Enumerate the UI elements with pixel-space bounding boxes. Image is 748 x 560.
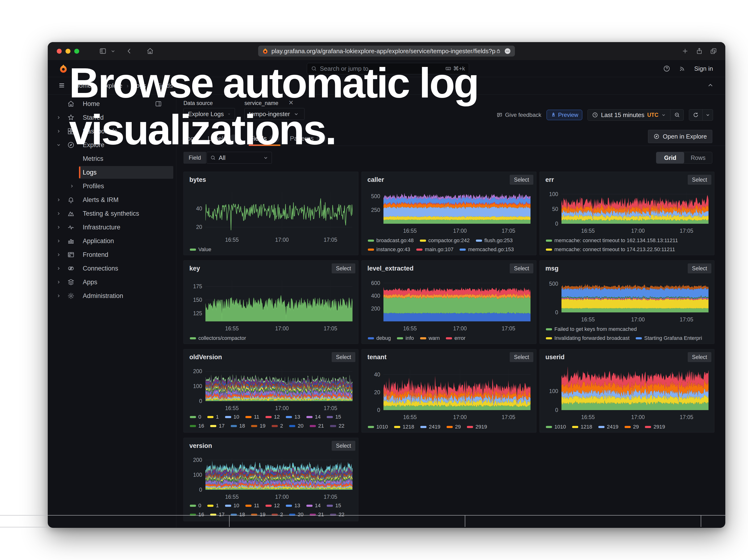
select-button[interactable]: Select <box>510 175 533 185</box>
chevron-right-icon[interactable] <box>56 129 61 134</box>
menu-toggle-icon[interactable] <box>58 82 65 90</box>
legend-item[interactable]: instance.go:43 <box>368 247 410 253</box>
legend-item[interactable]: 15 <box>327 503 341 509</box>
legend-item[interactable]: 10 <box>225 414 239 420</box>
more-options-icon[interactable] <box>504 48 511 55</box>
preview-badge[interactable]: Preview <box>546 110 582 120</box>
legend-item[interactable]: 1218 <box>394 424 414 430</box>
news-icon[interactable] <box>679 65 686 72</box>
legend-item[interactable]: 0 <box>190 414 201 420</box>
legend-item[interactable]: 16 <box>190 423 204 429</box>
grafana-logo[interactable] <box>59 64 68 73</box>
legend-item[interactable]: 12 <box>265 414 280 420</box>
open-in-explore-button[interactable]: Open in Explore <box>648 130 712 143</box>
url-bar[interactable]: play.grafana.org/a/grafana-lokiexplore-a… <box>258 46 515 56</box>
legend-item[interactable]: 14 <box>306 414 321 420</box>
legend-item[interactable]: 1 <box>207 414 219 420</box>
legend-item[interactable]: 20 <box>289 423 303 429</box>
new-tab-icon[interactable] <box>681 47 689 55</box>
tab-fields[interactable]: Fields <box>250 131 279 146</box>
legend-item[interactable]: Failed to get keys from memcached <box>546 326 637 332</box>
legend-item[interactable]: broadcast.go:48 <box>368 237 414 243</box>
sidebar-item-administration[interactable]: Administration <box>48 289 176 303</box>
chevron-down-icon[interactable] <box>110 48 116 54</box>
sidebar-item-metrics[interactable]: Metrics <box>48 152 176 166</box>
zoom-out-time-button[interactable] <box>671 109 684 121</box>
field-search-select[interactable]: All <box>207 152 272 164</box>
data-source-select[interactable]: Explore Logs <box>184 108 235 120</box>
legend-item[interactable]: 18 <box>231 423 245 429</box>
legend-item[interactable]: memcache: connect timeout to 162.134.158… <box>546 237 678 243</box>
chevron-right-icon[interactable] <box>56 252 61 257</box>
chevron-right-icon[interactable] <box>56 115 61 120</box>
back-icon[interactable] <box>125 47 133 55</box>
sidebar-item-testing-synthetics[interactable]: k6Testing & synthetics <box>48 207 176 220</box>
sidebar-toggle-icon[interactable] <box>99 47 107 55</box>
close-window-button[interactable] <box>57 49 62 54</box>
legend-item[interactable]: 2919 <box>467 424 487 430</box>
legend-item[interactable]: collectors/compactor <box>190 335 246 341</box>
legend-item[interactable]: 2419 <box>598 424 618 430</box>
legend-item[interactable]: main.go:107 <box>416 247 453 253</box>
sidebar-item-dashboards[interactable]: Dashboards <box>48 124 176 138</box>
legend-item[interactable]: 14 <box>306 503 321 509</box>
legend-item[interactable]: 20 <box>289 512 303 518</box>
sidebar-item-explore[interactable]: Explore <box>48 138 176 152</box>
legend-item[interactable]: 21 <box>310 423 324 429</box>
tab-overview-icon[interactable] <box>710 47 717 55</box>
select-button[interactable]: Select <box>332 263 355 273</box>
refresh-button[interactable] <box>689 109 703 121</box>
breadcrumb-item[interactable]: Home <box>75 82 91 89</box>
search-input[interactable]: Search or jump to... ⌘+k <box>307 63 469 74</box>
chevron-right-icon[interactable] <box>56 239 61 243</box>
legend-item[interactable]: 13 <box>286 503 300 509</box>
tab-patterns[interactable]: Patterns8 <box>290 131 326 146</box>
chevron-right-icon[interactable] <box>70 184 74 188</box>
chevron-right-icon[interactable] <box>56 197 61 202</box>
sidebar-item-connections[interactable]: Connections <box>48 261 176 275</box>
legend-item[interactable]: 0 <box>190 503 201 509</box>
legend-item[interactable]: 13 <box>286 414 300 420</box>
select-button[interactable]: Select <box>688 175 711 185</box>
legend-item[interactable]: 1010 <box>546 424 566 430</box>
select-button[interactable]: Select <box>332 441 355 451</box>
legend-item[interactable]: Starting Grafana Enterpri <box>636 335 711 341</box>
select-button[interactable]: Select <box>688 352 711 362</box>
legend-item[interactable]: 15 <box>327 414 341 420</box>
legend-item[interactable]: memcached.go:153 <box>460 247 514 253</box>
select-button[interactable]: Select <box>510 352 533 362</box>
legend-item[interactable]: compactor.go:242 <box>420 237 470 243</box>
legend-item[interactable]: 19 <box>251 512 265 518</box>
refresh-interval-dropdown[interactable] <box>703 109 713 121</box>
sidebar-item-profiles[interactable]: Profiles <box>48 179 176 193</box>
legend-item[interactable]: debug <box>368 335 391 341</box>
legend-item[interactable]: 17 <box>210 512 224 518</box>
legend-item[interactable]: 19 <box>251 423 265 429</box>
breadcrumb-item[interactable]: Explore <box>101 82 122 89</box>
minimize-window-button[interactable] <box>66 49 70 54</box>
legend-item[interactable]: 2 <box>272 423 283 429</box>
legend-item[interactable]: 22 <box>330 512 344 518</box>
home-page-icon[interactable] <box>146 47 154 55</box>
sidebar-item-application[interactable]: Application <box>48 234 176 248</box>
legend-item[interactable]: 17 <box>210 423 224 429</box>
tab-labels[interactable]: Labels <box>208 131 239 146</box>
remove-filter-icon[interactable]: ✕ <box>288 99 294 107</box>
sidebar-item-home[interactable]: Home <box>48 97 176 111</box>
sidebar-item-frontend[interactable]: Frontend <box>48 248 176 261</box>
legend-item[interactable]: 21 <box>310 512 324 518</box>
breadcrumb-item[interactable]: Fields <box>157 82 173 89</box>
legend-item[interactable]: 2919 <box>645 424 665 430</box>
legend-item[interactable]: Value <box>190 247 211 253</box>
chevron-right-icon[interactable] <box>56 225 61 230</box>
sidebar-item-infrastructure[interactable]: Infrastructure <box>48 220 176 234</box>
share-icon[interactable] <box>696 47 703 55</box>
service-name-select[interactable]: tempo-ingester <box>244 108 304 120</box>
legend-item[interactable]: 1010 <box>368 424 388 430</box>
legend-item[interactable]: 16 <box>190 512 204 518</box>
sign-in-link[interactable]: Sign in <box>694 65 713 72</box>
legend-item[interactable]: 1 <box>207 503 219 509</box>
grid-view-button[interactable]: Grid <box>656 152 684 163</box>
dock-menu-icon[interactable] <box>155 100 162 107</box>
legend-item[interactable]: 2 <box>272 512 283 518</box>
